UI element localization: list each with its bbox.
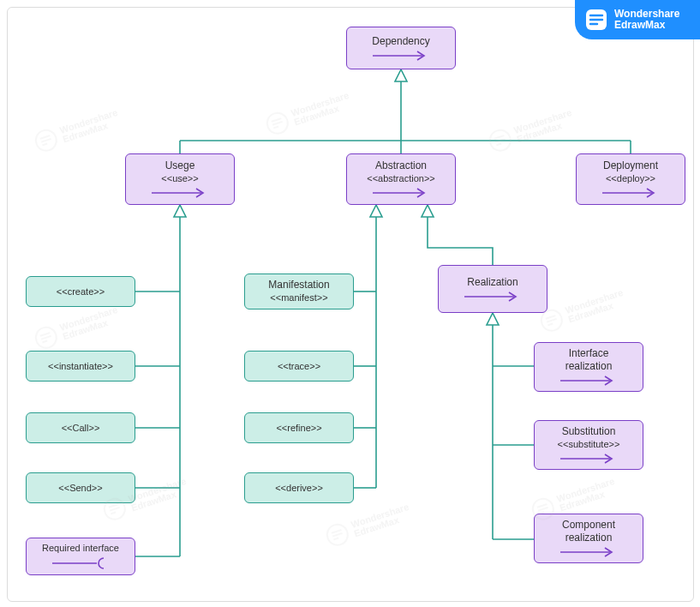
node-stereo: <<deploy>>: [606, 173, 655, 185]
arrow-solid-icon: [559, 453, 619, 465]
node-refine[interactable]: <<refine>>: [244, 412, 354, 443]
node-stereo: <<instantiate>>: [48, 361, 113, 373]
node-instantiate[interactable]: <<instantiate>>: [26, 351, 135, 382]
node-required-interface[interactable]: Required interface: [26, 538, 135, 575]
svg-point-17: [33, 325, 59, 351]
node-title: Required interface: [42, 543, 119, 555]
node-title: Dependency: [372, 35, 429, 48]
svg-marker-0: [395, 69, 407, 81]
node-title: Manifestation: [268, 279, 329, 291]
node-stereo: <<Send>>: [58, 483, 102, 495]
node-stereo: <<create>>: [57, 286, 105, 298]
node-stereo: <<trace>>: [278, 361, 320, 373]
required-interface-icon: [51, 556, 111, 570]
node-abstraction[interactable]: Abstraction <<abstraction>>: [346, 153, 456, 205]
node-stereo: <<Call>>: [62, 423, 100, 435]
svg-point-14: [33, 128, 59, 153]
arrow-solid-icon: [371, 187, 431, 199]
svg-marker-3: [422, 205, 434, 217]
svg-marker-2: [370, 205, 382, 217]
arrow-solid-icon: [559, 546, 619, 558]
node-stereo: <<substitute>>: [558, 439, 620, 451]
node-realization[interactable]: Realization: [438, 265, 547, 313]
node-interface-realization[interactable]: Interface realization: [534, 342, 643, 392]
node-title: Component realization: [562, 519, 615, 544]
watermark-icon: WondershareEdrawMax: [32, 304, 122, 352]
brand-line2: EdrawMax: [614, 20, 679, 31]
node-title: Interface realization: [565, 347, 613, 373]
arrow-solid-icon: [371, 50, 431, 62]
brand-badge: Wondershare EdrawMax: [575, 0, 700, 39]
arrow-solid-icon: [150, 187, 210, 199]
node-component-realization[interactable]: Component realization: [534, 514, 643, 563]
svg-point-15: [265, 111, 290, 136]
node-manifestation[interactable]: Manifestation <<manifest>>: [244, 273, 354, 310]
node-title: Abstraction: [375, 159, 427, 172]
node-stereo: <<refine>>: [276, 423, 321, 435]
watermark-icon: WondershareEdrawMax: [32, 106, 122, 154]
watermark-icon: WondershareEdrawMax: [323, 501, 413, 549]
node-trace[interactable]: <<trace>>: [244, 351, 354, 382]
node-call[interactable]: <<Call>>: [26, 412, 135, 443]
arrow-solid-icon: [559, 375, 619, 387]
brand-logo-icon: [585, 9, 607, 31]
node-title: Substitution: [562, 425, 616, 438]
arrow-solid-icon: [463, 291, 523, 303]
node-usage[interactable]: Usege <<use>>: [125, 153, 235, 205]
node-send[interactable]: <<Send>>: [26, 472, 135, 503]
node-deployment[interactable]: Deployment <<deploy>>: [576, 153, 685, 205]
watermark-icon: WondershareEdrawMax: [486, 106, 576, 154]
diagram-canvas: Dependency Usege <<use>> Abstraction <<a…: [7, 7, 694, 602]
arrow-solid-icon: [601, 187, 661, 199]
svg-marker-1: [174, 205, 186, 217]
node-title: Usege: [165, 159, 195, 172]
node-stereo: <<manifest>>: [270, 292, 327, 304]
svg-marker-4: [487, 313, 499, 325]
svg-point-16: [488, 128, 513, 153]
svg-point-20: [325, 522, 350, 548]
node-stereo: <<derive>>: [275, 483, 323, 495]
watermark-icon: WondershareEdrawMax: [263, 89, 353, 137]
node-title: Realization: [467, 276, 518, 289]
watermark-icon: WondershareEdrawMax: [537, 286, 627, 334]
node-stereo: <<use>>: [161, 173, 198, 185]
node-dependency[interactable]: Dependency: [346, 27, 456, 69]
node-substitution[interactable]: Substitution <<substitute>>: [534, 420, 643, 470]
node-derive[interactable]: <<derive>>: [244, 472, 354, 503]
node-title: Deployment: [603, 159, 658, 172]
node-create[interactable]: <<create>>: [26, 276, 135, 307]
node-stereo: <<abstraction>>: [367, 173, 435, 185]
